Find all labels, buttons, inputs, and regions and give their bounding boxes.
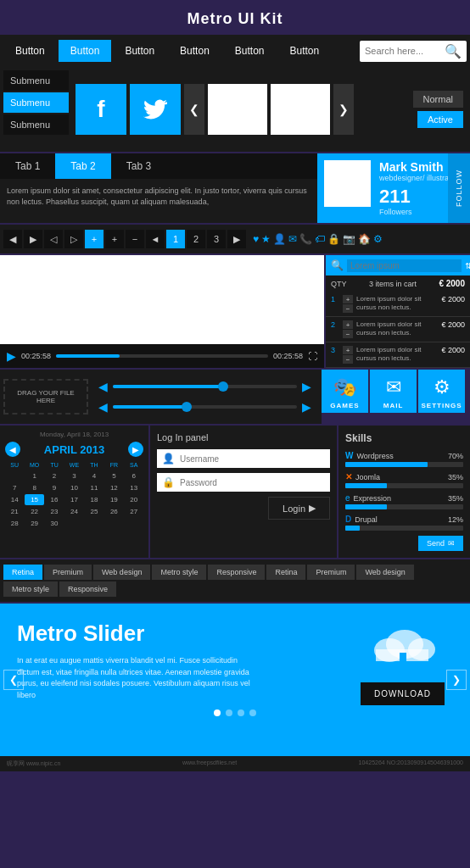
right-chevron-icon[interactable]: ❯ [333,84,354,135]
cal-day-24[interactable]: 24 [64,506,83,517]
pag-back[interactable]: ◁ [44,230,63,248]
tag-webdesign-1[interactable]: Web design [93,565,150,580]
play-button[interactable]: ▶ [7,349,16,363]
button-2[interactable]: Button [113,40,166,62]
slider2-right[interactable]: ▶ [302,400,311,414]
cal-day-14[interactable]: 14 [5,494,24,505]
qty-increase-2[interactable]: + [343,346,353,354]
slider2-left[interactable]: ◀ [98,400,108,414]
cal-day-28[interactable]: 28 [5,518,24,529]
cal-day-5[interactable]: 5 [104,470,123,481]
tag-premium-1[interactable]: Premium [44,565,92,580]
dot-3[interactable] [249,709,256,716]
slider1-left[interactable]: ◀ [98,380,108,393]
facebook-icon[interactable]: f [76,84,126,135]
pag-next[interactable]: ▶ [24,230,42,248]
cal-prev-button[interactable]: ◀ [5,442,20,457]
cal-day-4[interactable]: 4 [85,470,104,481]
submenu-item-0[interactable]: Submenu [3,70,69,91]
pag-page-3[interactable]: 3 [207,230,226,248]
cal-day-12[interactable]: 12 [104,482,123,493]
tag-retina-2[interactable]: Retina [266,565,305,580]
dot-0[interactable] [214,709,221,716]
progress-bar[interactable] [56,354,268,358]
pag-add-2[interactable]: + [105,230,124,248]
tag-metrostyle-1[interactable]: Metro style [152,565,206,580]
cal-day-30[interactable]: 30 [45,518,64,529]
qty-decrease-0[interactable]: − [343,304,353,313]
tag-responsive-2[interactable]: Responsive [59,581,116,597]
qty-increase-0[interactable]: + [343,295,353,303]
cal-day-17[interactable]: 17 [64,494,83,505]
cal-day-25[interactable]: 25 [85,506,104,517]
cal-day-8[interactable]: 8 [25,482,43,493]
tag-responsive-1[interactable]: Responsive [208,565,265,580]
search-input[interactable] [365,46,441,56]
cal-day-18[interactable]: 18 [85,494,104,505]
cal-day-11[interactable]: 11 [85,482,104,493]
tag-premium-2[interactable]: Premium [307,565,355,580]
cal-day-15-today[interactable]: 15 [25,494,43,505]
tab-item-1[interactable]: Tab 2 [55,153,110,179]
follow-button[interactable]: FOLLOW [448,153,470,223]
button-4[interactable]: Button [223,40,277,62]
tab-item-2[interactable]: Tab 3 [111,153,166,179]
cal-day-27[interactable]: 27 [125,506,143,517]
login-button[interactable]: Login ▶ [268,497,330,520]
slider2-thumb[interactable] [182,402,192,412]
password-input[interactable] [180,478,325,487]
cal-day-29[interactable]: 29 [25,518,43,529]
app-mail[interactable]: ✉ MAIL [370,370,417,413]
button-3[interactable]: Button [168,40,221,62]
app-settings[interactable]: ⚙ SETTINGS [418,370,465,413]
tag-retina-1[interactable]: Retina [3,565,42,580]
twitter-icon[interactable] [130,84,181,135]
cal-day-3[interactable]: 3 [64,470,83,481]
cal-day-7[interactable]: 7 [5,482,24,493]
fullscreen-icon[interactable]: ⛶ [308,351,317,361]
button-0[interactable]: Button [3,40,57,62]
button-5[interactable]: Button [278,40,332,62]
slider1-thumb[interactable] [218,381,228,392]
qty-decrease-1[interactable]: − [343,330,353,338]
submenu-item-1[interactable]: Submenu [3,92,69,113]
pag-minus[interactable]: − [126,230,144,248]
cal-day-26[interactable]: 26 [104,506,123,517]
active-state-label[interactable]: Active [417,111,463,128]
normal-state-label[interactable]: Normal [413,91,463,108]
dot-2[interactable] [238,709,244,716]
left-chevron-icon[interactable]: ❮ [184,84,204,135]
cal-day-2[interactable]: 2 [45,470,64,481]
slider1-track[interactable] [113,385,297,388]
cal-day-10[interactable]: 10 [64,482,83,493]
slider2-track[interactable] [113,405,297,409]
pag-page-2[interactable]: 2 [187,230,205,248]
cart-search-input[interactable] [347,259,462,272]
pag-add-1[interactable]: + [85,230,104,248]
tag-metrostyle-2[interactable]: Metro style [3,581,58,597]
cal-next-button[interactable]: ▶ [128,442,143,457]
qty-decrease-2[interactable]: − [343,355,353,364]
send-button[interactable]: Send ✉ [418,536,463,551]
pag-next2[interactable]: ▶ [227,230,246,248]
app-games[interactable]: 🎭 GAMES [322,370,368,413]
slider1-right[interactable]: ▶ [302,380,311,393]
cal-day-22[interactable]: 22 [25,506,43,517]
tab-item-0[interactable]: Tab 1 [0,153,55,179]
cal-day-23[interactable]: 23 [45,506,64,517]
pag-page-1[interactable]: 1 [166,230,185,248]
submenu-item-2[interactable]: Submenu [3,114,69,135]
download-button[interactable]: DOWNLOAD [361,682,445,705]
tag-webdesign-2[interactable]: Web design [356,565,413,580]
cal-day-13[interactable]: 13 [125,482,143,493]
cal-day-21[interactable]: 21 [5,506,24,517]
pag-prev2[interactable]: ◄ [146,230,165,248]
username-input[interactable] [180,454,325,464]
button-1[interactable]: Button [59,40,112,62]
qty-increase-1[interactable]: + [343,320,353,329]
cal-day-20[interactable]: 20 [125,494,143,505]
dot-1[interactable] [226,709,232,716]
pag-forward[interactable]: ▷ [64,230,83,248]
cal-day-1[interactable]: 1 [25,470,43,481]
cal-day-19[interactable]: 19 [104,494,123,505]
